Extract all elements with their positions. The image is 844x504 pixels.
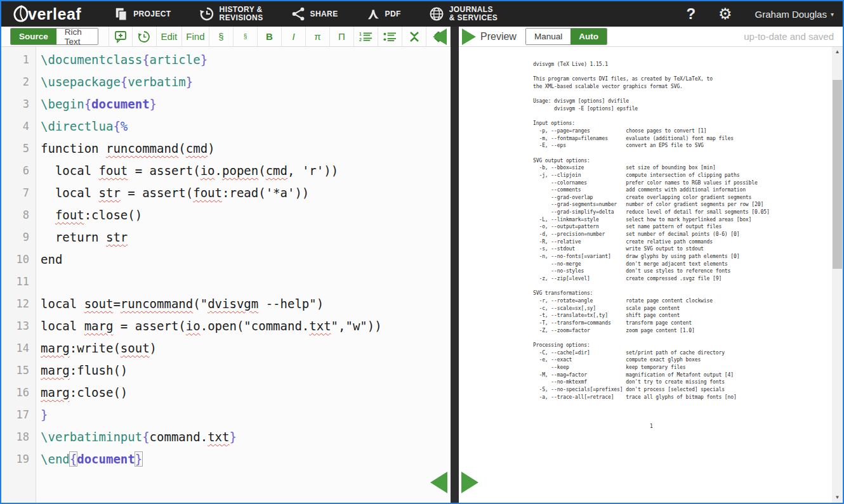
- line-number: 17: [1, 408, 36, 421]
- auto-compile-button[interactable]: Auto: [570, 29, 607, 44]
- code-content: \verbatiminput{command.txt}: [36, 430, 237, 444]
- preview-toolbar: Preview Manual Auto up-to-date and saved: [459, 27, 843, 47]
- scroll-down-arrow[interactable]: ▼: [832, 493, 843, 502]
- code-line[interactable]: 1\documentclass{article}: [1, 48, 451, 70]
- code-content: marg:close(): [36, 385, 128, 399]
- expand-preview-arrow-bottom[interactable]: [461, 472, 478, 493]
- code-line[interactable]: 12local sout=runcommand("dvisvgm --help"…: [1, 292, 451, 314]
- code-line[interactable]: 19\end{document}: [1, 448, 451, 470]
- code-editor[interactable]: 1\documentclass{article}2\usepackage{ver…: [1, 47, 451, 503]
- code-content: \usepackage{verbatim}: [36, 75, 193, 89]
- line-number: 4: [1, 120, 36, 132]
- line-number: 14: [1, 342, 36, 354]
- nav-item-journals-services[interactable]: JOURNALS & SERVICES: [429, 6, 498, 22]
- editor-pane: Source Rich Text Edit Find § §: [1, 27, 451, 503]
- settings-gear-icon[interactable]: ⚙: [718, 6, 732, 22]
- compile-mode-toggle: Manual Auto: [525, 28, 607, 45]
- pdf-icon: [366, 7, 380, 21]
- line-number: 19: [1, 453, 36, 465]
- line-number: 15: [1, 364, 36, 377]
- code-content: marg:write(sout): [36, 341, 157, 355]
- nav-item-share[interactable]: SHARE: [291, 7, 338, 21]
- code-line[interactable]: 6 local fout = assert(io.popen(cmd, 'r')…: [1, 159, 451, 181]
- code-line[interactable]: 2\usepackage{verbatim}: [1, 70, 451, 93]
- line-number: 5: [1, 142, 36, 155]
- code-line[interactable]: 14marg:write(sout): [1, 337, 451, 359]
- expand-preview-arrow[interactable]: [462, 29, 476, 45]
- code-line[interactable]: 17}: [1, 403, 451, 425]
- line-number: 18: [1, 430, 36, 443]
- code-content: \directlua{%: [36, 119, 128, 133]
- line-number: 10: [1, 253, 36, 266]
- pdf-page-text: dvisvgm (TeX Live) 1.15.1 This program c…: [533, 61, 770, 430]
- code-content: \end{document}: [36, 452, 142, 466]
- workspace: Source Rich Text Edit Find § §: [1, 27, 843, 503]
- code-line[interactable]: 5function runcommand(cmd): [1, 137, 451, 159]
- manual-compile-button[interactable]: Manual: [526, 29, 570, 44]
- pane-divider[interactable]: [451, 27, 459, 503]
- globe-icon: [429, 6, 444, 22]
- nav-label: PROJECT: [133, 10, 171, 18]
- code-line[interactable]: 10end: [1, 248, 451, 270]
- pdf-scrollbar[interactable]: ▲ ▼: [832, 47, 843, 503]
- code-line[interactable]: 18\verbatiminput{command.txt}: [1, 425, 451, 448]
- rich-text-mode-button[interactable]: Rich Text: [56, 29, 98, 44]
- nav-item-project[interactable]: PROJECT: [114, 7, 171, 21]
- preview-label: Preview: [480, 31, 517, 42]
- nav-item-pdf[interactable]: PDF: [366, 7, 401, 21]
- code-line[interactable]: 11: [1, 270, 451, 292]
- user-menu[interactable]: Graham Douglas ▾: [755, 9, 834, 20]
- italic-button[interactable]: I: [282, 27, 306, 46]
- line-number: 1: [1, 53, 36, 66]
- nav-label: HISTORY & REVISIONS: [220, 6, 263, 22]
- line-number: 7: [1, 186, 36, 199]
- section-button[interactable]: §: [209, 27, 234, 46]
- code-line[interactable]: 16marg:close(): [1, 381, 451, 403]
- add-comment-button[interactable]: [109, 27, 133, 46]
- code-content: local fout = assert(io.popen(cmd, 'r')): [36, 164, 338, 178]
- collapse-button[interactable]: [402, 27, 426, 46]
- display-math-button[interactable]: Π: [330, 27, 354, 46]
- collapse-editor-arrow[interactable]: [433, 29, 447, 45]
- code-content: local sout=runcommand("dvisvgm --help"): [36, 297, 324, 311]
- code-line[interactable]: 9 return str: [1, 226, 451, 248]
- bold-button[interactable]: B: [258, 27, 282, 46]
- track-changes-button[interactable]: [133, 27, 157, 46]
- code-content: local marg = assert(io.open("command.txt…: [36, 319, 382, 333]
- scroll-up-arrow[interactable]: ▲: [832, 48, 843, 56]
- code-line[interactable]: 7 local str = assert(fout:read('*a')): [1, 181, 451, 204]
- pdf-viewer[interactable]: dvisvgm (TeX Live) 1.15.1 This program c…: [459, 47, 843, 503]
- edit-button[interactable]: Edit: [157, 27, 182, 46]
- project-icon: [114, 7, 128, 21]
- logo-text: verleaf: [28, 5, 81, 23]
- overleaf-logo[interactable]: verleaf: [11, 4, 81, 23]
- code-content: \begin{document}: [36, 97, 157, 111]
- code-line[interactable]: 4\directlua{%: [1, 115, 451, 137]
- source-mode-button[interactable]: Source: [11, 29, 56, 44]
- code-line[interactable]: 15marg:flush(): [1, 359, 451, 381]
- scrollbar-thumb[interactable]: [833, 80, 842, 269]
- history-icon: [199, 6, 214, 22]
- inline-math-button[interactable]: π: [306, 27, 330, 46]
- mode-toggle: Source Rich Text: [10, 28, 98, 45]
- collapse-icon: [409, 31, 420, 42]
- find-button[interactable]: Find: [182, 27, 209, 46]
- code-line[interactable]: 3\begin{document}: [1, 93, 451, 115]
- code-line[interactable]: 13local marg = assert(io.open("command.t…: [1, 314, 451, 337]
- editor-toolbar: Source Rich Text Edit Find § §: [1, 27, 451, 47]
- svg-text:2: 2: [359, 37, 362, 41]
- line-number: 13: [1, 320, 36, 332]
- subsection-button[interactable]: §: [234, 27, 258, 46]
- top-navbar: verleaf PROJECT HISTORY & REVISIONS SHAR…: [1, 1, 843, 27]
- bullet-list-button[interactable]: [378, 27, 402, 46]
- collapse-editor-arrow-bottom[interactable]: [430, 472, 447, 493]
- save-status: up-to-date and saved: [744, 31, 843, 42]
- line-number: 16: [1, 386, 36, 399]
- nav-item-history-revisions[interactable]: HISTORY & REVISIONS: [199, 6, 263, 22]
- nav-label: JOURNALS & SERVICES: [449, 6, 498, 22]
- code-line[interactable]: 8 fout:close(): [1, 204, 451, 226]
- svg-text:1: 1: [359, 32, 362, 36]
- numbered-list-button[interactable]: 1 2: [354, 27, 378, 46]
- help-button[interactable]: ?: [686, 5, 696, 23]
- numbered-list-icon: 1 2: [359, 31, 373, 42]
